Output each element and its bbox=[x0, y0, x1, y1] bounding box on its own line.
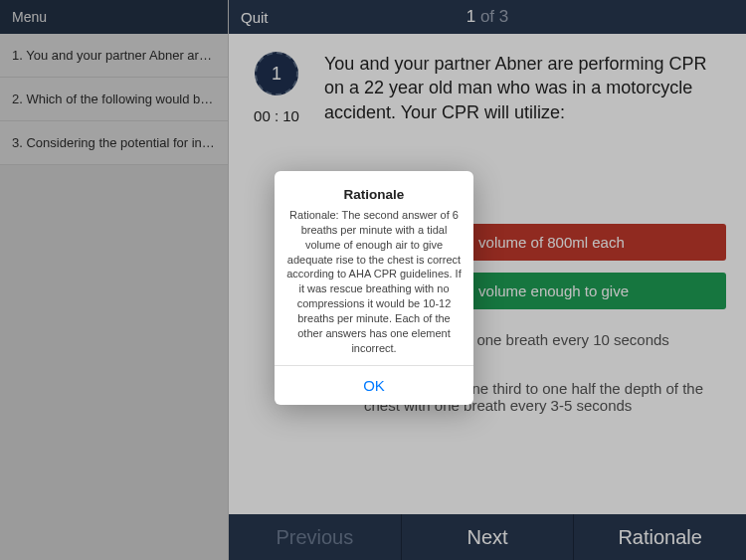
rationale-modal: Rationale Rationale: The second answer o… bbox=[275, 171, 473, 405]
sidebar-overlay bbox=[0, 0, 229, 560]
app-root: Menu 1. You and your partner Abner are… … bbox=[0, 0, 746, 560]
modal-ok-button[interactable]: OK bbox=[275, 365, 473, 405]
modal-content: Rationale Rationale: The second answer o… bbox=[275, 171, 473, 365]
modal-body: Rationale: The second answer of 6 breath… bbox=[284, 208, 464, 355]
modal-title: Rationale bbox=[284, 187, 464, 202]
